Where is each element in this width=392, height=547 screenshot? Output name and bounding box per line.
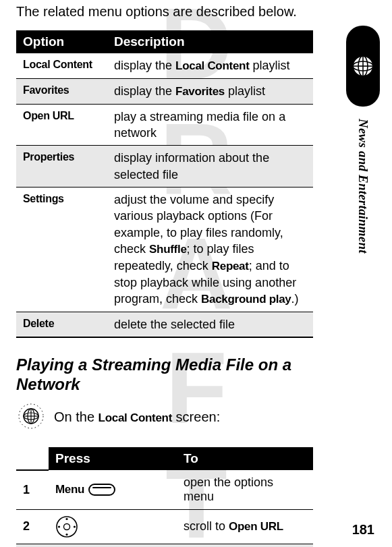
- desc-bold: Background play: [201, 293, 291, 306]
- side-rail: News and Entertainment: [346, 26, 380, 254]
- page-number: 181: [352, 522, 374, 538]
- nav-wheel-icon: [55, 515, 78, 538]
- option-desc: play a streaming media file on a network: [107, 104, 313, 146]
- desc-text: .): [291, 292, 298, 306]
- to-bold: Open URL: [229, 520, 283, 533]
- option-name: Delete: [16, 312, 107, 338]
- steps-header-blank: [16, 447, 49, 470]
- option-desc: adjust the volume and specify various pl…: [107, 188, 313, 312]
- lead-bold: Local Content: [99, 411, 172, 424]
- desc-bold: Shuffle: [149, 243, 187, 256]
- svg-point-8: [65, 518, 67, 520]
- options-header-row: Option Description: [16, 30, 313, 53]
- desc-bold: Repeat: [212, 260, 249, 272]
- option-desc: display the Local Content playlist: [107, 53, 313, 78]
- thumb-tab: [346, 26, 380, 107]
- options-header-description: Description: [107, 30, 313, 53]
- steps-header-press: Press: [49, 447, 177, 470]
- table-row: 2 scroll to Open URL: [16, 509, 313, 544]
- side-section-label: News and Entertainment: [356, 119, 370, 254]
- table-row: Properties display information about the…: [16, 146, 313, 188]
- desc-text: playlist: [250, 59, 290, 72]
- table-row: Favorites display the Favorites playlist: [16, 78, 313, 104]
- svg-point-11: [74, 525, 76, 527]
- options-table: Option Description Local Content display…: [16, 30, 313, 338]
- step-press: Action (): [49, 544, 177, 547]
- option-desc: display information about the selected f…: [107, 146, 313, 188]
- lead-pre: On the: [54, 409, 99, 424]
- lead-row: On the Local Content screen:: [16, 401, 313, 434]
- step-to: select Open URL: [177, 544, 313, 547]
- softkey-icon: [88, 484, 115, 496]
- steps-header-row: Press To: [16, 447, 313, 470]
- option-name: Local Content: [16, 53, 107, 78]
- lead-post: screen:: [172, 409, 220, 424]
- svg-point-10: [58, 525, 60, 527]
- network-feature-icon: [16, 401, 46, 434]
- option-desc: delete the selected file: [107, 312, 313, 338]
- steps-table: Press To 1 Menu open the options menu 2: [16, 447, 313, 547]
- step-to: scroll to Open URL: [177, 509, 313, 544]
- desc-text: playlist: [225, 84, 265, 98]
- option-name: Open URL: [16, 104, 107, 146]
- to-text: scroll to: [184, 519, 229, 533]
- table-row: Settings adjust the volume and specify v…: [16, 188, 313, 312]
- page-content: The related menu options are described b…: [0, 4, 392, 547]
- table-row: Local Content display the Local Content …: [16, 53, 313, 78]
- step-press: [49, 509, 177, 544]
- desc-bold: Favorites: [175, 85, 225, 98]
- table-row: 3 Action () select Open URL: [16, 544, 313, 547]
- desc-bold: Local Content: [175, 59, 249, 72]
- step-number: 1: [16, 470, 49, 510]
- option-name: Settings: [16, 188, 107, 312]
- lead-text: On the Local Content screen:: [54, 409, 220, 425]
- svg-point-9: [65, 534, 67, 536]
- step-number: 2: [16, 509, 49, 544]
- desc-text: display the: [114, 84, 175, 98]
- desc-text: display the: [114, 59, 175, 72]
- press-label: Menu: [55, 483, 84, 496]
- table-row: 1 Menu open the options menu: [16, 470, 313, 510]
- option-name: Favorites: [16, 78, 107, 104]
- steps-header-to: To: [177, 447, 313, 470]
- globe-icon: [352, 55, 374, 78]
- step-press: Menu: [49, 470, 177, 510]
- svg-point-7: [64, 523, 70, 529]
- option-desc: display the Favorites playlist: [107, 78, 313, 104]
- step-number: 3: [16, 544, 49, 547]
- table-row: Open URL play a streaming media file on …: [16, 104, 313, 146]
- options-header-option: Option: [16, 30, 107, 53]
- step-to: open the options menu: [177, 470, 313, 510]
- intro-text: The related menu options are described b…: [16, 4, 313, 20]
- section-heading: Playing a Streaming Media File on a Netw…: [16, 355, 313, 395]
- table-row: Delete delete the selected file: [16, 312, 313, 338]
- option-name: Properties: [16, 146, 107, 188]
